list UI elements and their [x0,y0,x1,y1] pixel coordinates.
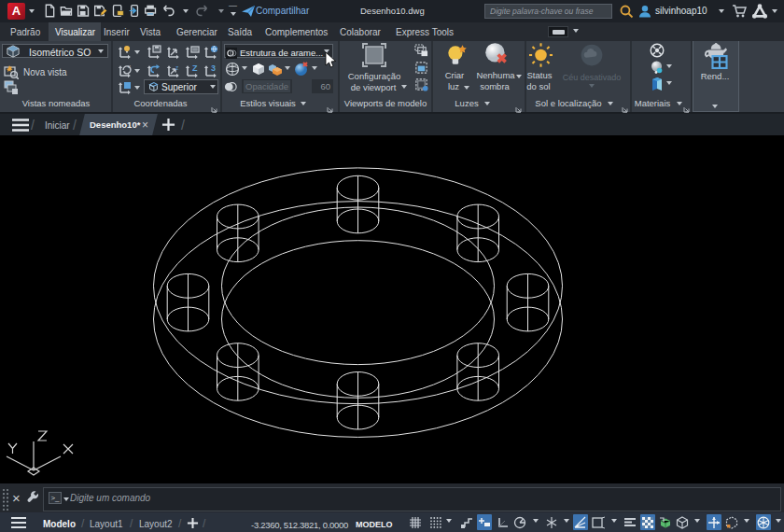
svg-text:3: 3 [211,63,216,73]
svg-text:x: x [128,63,131,69]
svg-text:Z: Z [192,63,198,73]
svg-text:z: z [175,64,178,71]
